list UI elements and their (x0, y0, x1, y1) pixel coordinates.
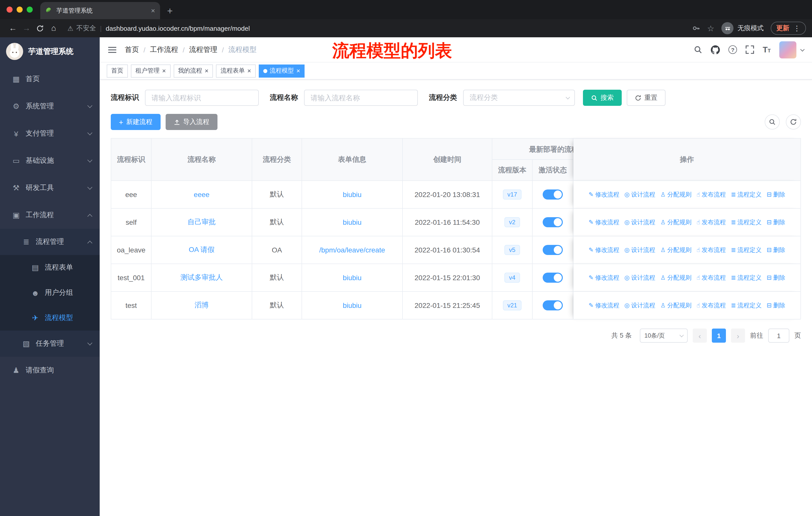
reset-button[interactable]: 重置 (627, 90, 666, 106)
user-avatar[interactable] (779, 41, 796, 58)
github-icon[interactable] (711, 45, 720, 54)
form-info-link[interactable]: biubiu (343, 274, 362, 282)
process-name-link[interactable]: eeee (194, 190, 209, 198)
action-modify[interactable]: ✎修改流程 (588, 218, 619, 227)
goto-page-input[interactable] (768, 329, 789, 343)
action-delete[interactable]: ⊟删除 (767, 274, 785, 282)
action-definition[interactable]: ≣流程定义 (731, 274, 762, 282)
tag-close-icon[interactable]: × (247, 67, 251, 74)
action-delete[interactable]: ⊟删除 (767, 246, 785, 254)
tag-close-icon[interactable]: × (205, 67, 208, 74)
form-info-link[interactable]: biubiu (343, 218, 362, 226)
breadcrumb-home[interactable]: 首页 (125, 45, 139, 54)
refresh-icon[interactable] (786, 114, 801, 130)
version-badge[interactable]: v2 (504, 217, 520, 227)
password-key-icon[interactable] (692, 24, 700, 32)
form-info-link[interactable]: /bpm/oa/leave/create (319, 246, 385, 254)
process-name-link[interactable]: OA 请假 (189, 245, 215, 253)
search-button[interactable]: 搜索 (583, 90, 622, 106)
new-tab-button[interactable]: + (167, 6, 173, 16)
font-size-icon[interactable]: TT (763, 46, 771, 54)
action-design[interactable]: ◎设计流程 (624, 274, 655, 282)
view-tag[interactable]: 流程模型 × (259, 64, 305, 77)
back-button[interactable]: ← (6, 24, 20, 33)
form-info-link[interactable]: biubiu (343, 301, 362, 309)
bookmark-star-icon[interactable]: ☆ (707, 23, 714, 33)
version-badge[interactable]: v17 (503, 189, 522, 199)
toggle-search-icon[interactable] (765, 114, 780, 130)
view-tag[interactable]: 我的流程 × (173, 64, 213, 77)
tag-close-icon[interactable]: × (162, 67, 166, 74)
action-design[interactable]: ◎设计流程 (624, 190, 655, 199)
action-assign-rule[interactable]: ♙分配规则 (660, 301, 691, 310)
active-toggle[interactable] (543, 273, 563, 283)
action-assign-rule[interactable]: ♙分配规则 (660, 218, 691, 227)
action-publish[interactable]: ☝发布流程 (696, 218, 726, 227)
browser-tab[interactable]: 芋道管理系统 × (40, 2, 160, 19)
security-chip[interactable]: ⚠ 不安全 (67, 24, 96, 33)
category-select[interactable]: 流程分类 (463, 90, 575, 106)
sidebar-item-leave-query[interactable]: ♟ 请假查询 (0, 357, 100, 384)
action-assign-rule[interactable]: ♙分配规则 (660, 190, 691, 199)
process-name-link[interactable]: 自己审批 (187, 218, 216, 226)
version-badge[interactable]: v4 (504, 273, 520, 283)
process-name-link[interactable]: 滔博 (195, 301, 209, 309)
sidebar-item-payment-mgmt[interactable]: ¥ 支付管理 (0, 120, 100, 147)
view-tag[interactable]: 流程表单 × (216, 64, 256, 77)
current-page-button[interactable]: 1 (712, 329, 726, 343)
sidebar-item-infrastructure[interactable]: ▭ 基础设施 (0, 147, 100, 174)
page-size-select[interactable]: 10条/页 (640, 329, 688, 343)
action-assign-rule[interactable]: ♙分配规则 (660, 274, 691, 282)
active-toggle[interactable] (543, 189, 563, 199)
menu-kebab-icon[interactable]: ⋮ (793, 24, 801, 32)
update-button[interactable]: 更新 ⋮ (771, 22, 806, 35)
address-bar[interactable]: ⚠ 不安全 | dashboard.yudao.iocoder.cn/bpm/m… (60, 24, 686, 33)
zoom-window-button[interactable] (27, 6, 33, 12)
action-definition[interactable]: ≣流程定义 (731, 190, 762, 199)
create-process-button[interactable]: + 新建流程 (111, 114, 161, 130)
action-modify[interactable]: ✎修改流程 (588, 301, 619, 310)
action-design[interactable]: ◎设计流程 (624, 218, 655, 227)
action-design[interactable]: ◎设计流程 (624, 246, 655, 254)
action-delete[interactable]: ⊟删除 (767, 218, 785, 227)
action-delete[interactable]: ⊟删除 (767, 301, 785, 310)
version-badge[interactable]: v5 (504, 245, 520, 255)
breadcrumb-workflow[interactable]: 工作流程 (150, 45, 178, 54)
action-modify[interactable]: ✎修改流程 (588, 190, 619, 199)
process-name-input[interactable] (304, 90, 418, 106)
sidebar-item-home[interactable]: ▦ 首页 (0, 65, 100, 93)
action-design[interactable]: ◎设计流程 (624, 301, 655, 310)
sidebar-item-task-mgmt[interactable]: ▧ 任务管理 (0, 331, 100, 357)
sidebar-collapse-icon[interactable] (108, 46, 117, 53)
action-publish[interactable]: ☝发布流程 (696, 301, 726, 310)
active-toggle[interactable] (543, 217, 563, 227)
forward-button[interactable]: → (20, 24, 33, 33)
import-process-button[interactable]: 导入流程 (166, 114, 218, 130)
sidebar-item-process-form[interactable]: ▤ 流程表单 (0, 255, 100, 280)
view-tag[interactable]: 租户管理 × (131, 64, 170, 77)
action-definition[interactable]: ≣流程定义 (731, 301, 762, 310)
reload-button[interactable] (33, 24, 47, 32)
next-page-button[interactable]: › (731, 329, 745, 343)
help-icon[interactable]: ? (728, 45, 737, 54)
form-info-link[interactable]: biubiu (343, 190, 362, 198)
action-modify[interactable]: ✎修改流程 (588, 274, 619, 282)
breadcrumb-process-mgmt[interactable]: 流程管理 (189, 45, 218, 54)
action-modify[interactable]: ✎修改流程 (588, 246, 619, 254)
home-button[interactable]: ⌂ (47, 24, 60, 33)
tab-close-icon[interactable]: × (151, 7, 155, 14)
active-toggle[interactable] (543, 300, 563, 310)
sidebar-item-user-group[interactable]: ☻ 用户分组 (0, 280, 100, 305)
sidebar-item-workflow[interactable]: ▣ 工作流程 (0, 201, 100, 229)
search-icon[interactable] (694, 45, 702, 54)
sidebar-item-process-model[interactable]: ✈ 流程模型 (0, 305, 100, 331)
action-publish[interactable]: ☝发布流程 (696, 246, 726, 254)
action-assign-rule[interactable]: ♙分配规则 (660, 246, 691, 254)
tag-close-icon[interactable]: × (296, 67, 300, 74)
action-publish[interactable]: ☝发布流程 (696, 274, 726, 282)
action-delete[interactable]: ⊟删除 (767, 190, 785, 199)
active-toggle[interactable] (543, 245, 563, 255)
minimize-window-button[interactable] (17, 6, 23, 12)
sidebar-item-process-mgmt[interactable]: ≣ 流程管理 (0, 229, 100, 255)
fullscreen-icon[interactable] (746, 45, 754, 54)
